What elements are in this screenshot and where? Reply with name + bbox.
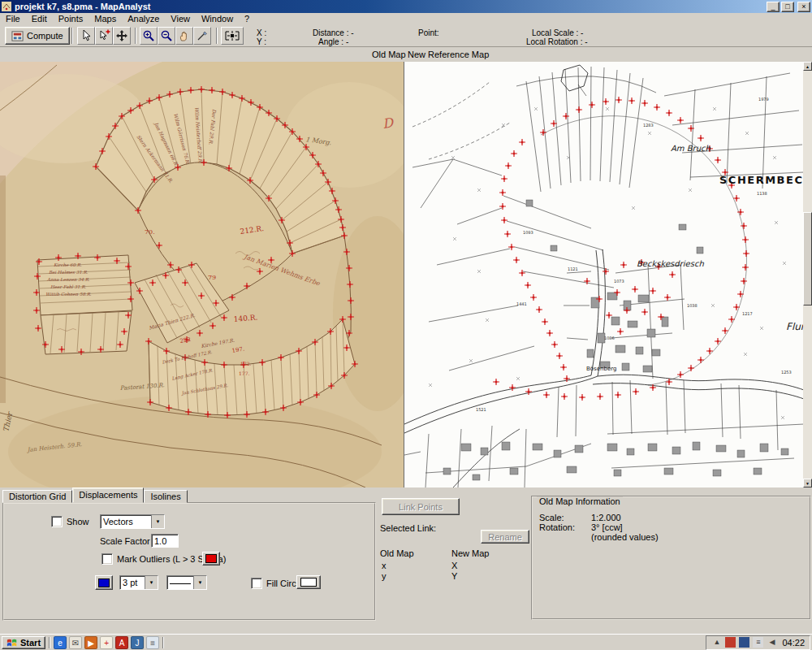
- map-label: 1093: [523, 230, 533, 235]
- displacement-type-select[interactable]: Vectors ▼: [100, 514, 165, 529]
- acrobat-reader-icon[interactable]: A: [115, 636, 128, 649]
- show-all-button[interactable]: [221, 27, 244, 45]
- chevron-down-icon[interactable]: ▼: [145, 576, 158, 589]
- select-points-tool-button[interactable]: [77, 27, 95, 45]
- status-angle-label: Angle : -: [318, 37, 348, 46]
- start-button[interactable]: Start: [2, 636, 45, 649]
- media-player-icon[interactable]: ▶: [84, 636, 97, 649]
- selected-link-label: Selected Link:: [380, 523, 436, 533]
- pan-hand-tool-button[interactable]: [175, 27, 193, 45]
- map-label: Anna Lenzen 34.R.: [46, 277, 90, 282]
- compute-label: Compute: [27, 31, 63, 41]
- taskbar: Start e✉▶+AJ≡ ▲≡◀ 04:22: [0, 634, 812, 650]
- scroll-thumb[interactable]: [803, 212, 812, 306]
- old-map-canvas[interactable]: D1 Morg.212.R.Jan Marien Wehms Erbe140.R…: [0, 62, 404, 488]
- vector-color-button[interactable]: [95, 575, 113, 590]
- menu-item-analyze[interactable]: Analyze: [122, 13, 165, 24]
- menu-item-view[interactable]: View: [165, 13, 196, 24]
- new-map-pane[interactable]: Am BruchSCHERMBECKBeckskesdrieschFlurBös…: [404, 62, 803, 488]
- old-map-column-header: Old Map: [380, 548, 414, 558]
- map-pane-headers: Old Map New Reference Map: [0, 47, 812, 62]
- map-label: 1138: [757, 191, 767, 196]
- java-icon[interactable]: J: [131, 636, 144, 649]
- vertical-scrollbar[interactable]: ▲ ▼: [803, 62, 812, 488]
- map-label: 172.: [240, 361, 251, 366]
- clock[interactable]: 04:22: [780, 638, 805, 648]
- zoom-in-button[interactable]: [140, 27, 158, 45]
- system-tray: ▲≡◀ 04:22: [706, 635, 810, 650]
- fill-color-button[interactable]: [296, 575, 321, 589]
- set-point-tool-button[interactable]: [95, 27, 113, 45]
- old-map-information-title: Old Map Information: [537, 496, 623, 506]
- window-title: projekt k7, s8.pma - MapAnalyst: [15, 1, 767, 13]
- map-label: 1073: [614, 279, 624, 284]
- show-checkbox[interactable]: [51, 516, 63, 527]
- zoom-out-button[interactable]: [158, 27, 175, 45]
- menu-item-edit[interactable]: Edit: [26, 13, 53, 24]
- app-tray-blue-icon[interactable]: [739, 637, 749, 648]
- maximize-button[interactable]: □: [781, 2, 794, 12]
- mapanalyst-window: projekt k7, s8.pma - MapAnalyst _ □ × Fi…: [0, 0, 812, 650]
- toolbar-separator: [216, 28, 218, 44]
- windows-flag-icon: [6, 637, 18, 648]
- volume-icon[interactable]: ◀: [767, 637, 777, 648]
- scale-factor-input[interactable]: [151, 534, 179, 548]
- tab-distortion-grid[interactable]: Distortion Grid: [2, 490, 72, 503]
- minimize-button[interactable]: _: [767, 2, 780, 12]
- map-label: Wittib Cohnen 58.R.: [45, 292, 92, 297]
- menu-item-help[interactable]: ?: [239, 13, 255, 24]
- line-width-value: 3 pt: [120, 578, 145, 587]
- menu-item-window[interactable]: Window: [196, 13, 239, 24]
- new-map-canvas[interactable]: Am BruchSCHERMBECKBeckskesdrieschFlurBös…: [404, 62, 803, 488]
- menu-item-points[interactable]: Points: [53, 13, 89, 24]
- line-width-select[interactable]: 3 pt ▼: [119, 575, 158, 590]
- map-label: 1038: [687, 303, 698, 308]
- fill-color-swatch: [300, 578, 317, 587]
- link-points-button[interactable]: Link Points: [382, 498, 460, 515]
- scroll-up-button[interactable]: ▲: [803, 62, 812, 71]
- outlier-color-button[interactable]: [202, 552, 220, 566]
- zoom-out-icon: [160, 29, 173, 42]
- rename-button[interactable]: Rename: [481, 530, 529, 544]
- new-x-label: X: [451, 561, 457, 570]
- taskbar-divider: [49, 637, 50, 648]
- show-label: Show: [67, 517, 89, 526]
- bottom-panel: Distortion GridDisplacementsIsolines Sho…: [0, 488, 812, 634]
- menu-item-maps[interactable]: Maps: [89, 13, 122, 24]
- rotation-label: Rotation:: [539, 522, 575, 532]
- scroll-down-button[interactable]: ▼: [803, 479, 812, 488]
- tab-bar: Distortion GridDisplacementsIsolines: [2, 489, 188, 503]
- fill-circles-checkbox[interactable]: [251, 578, 262, 589]
- mapanalyst-icon[interactable]: +: [100, 636, 113, 649]
- status-point-label: Point:: [418, 28, 439, 37]
- email-icon[interactable]: ✉: [69, 636, 82, 649]
- old-y-label: y: [382, 571, 387, 581]
- internet-explorer-icon[interactable]: e: [54, 636, 67, 649]
- map-label: 1441: [516, 301, 527, 306]
- line-style-select[interactable]: ▼: [166, 575, 207, 590]
- old-map-pane[interactable]: D1 Morg.212.R.Jan Marien Wehms Erbe140.R…: [0, 62, 404, 488]
- tab-displacements[interactable]: Displacements: [72, 488, 144, 503]
- menu-item-file[interactable]: File: [0, 13, 26, 24]
- chevron-down-icon[interactable]: ▼: [151, 515, 164, 528]
- keyboard-layout-icon[interactable]: ≡: [753, 637, 763, 648]
- map-label: Am Bruch: [671, 144, 711, 153]
- compute-button[interactable]: Compute: [5, 27, 70, 45]
- notes-icon[interactable]: ≡: [146, 636, 159, 649]
- map-label: 70.: [145, 228, 155, 236]
- app-tray-red-icon[interactable]: [725, 637, 736, 648]
- close-button[interactable]: ×: [797, 2, 810, 12]
- scale-value: 1:2.000: [591, 513, 621, 522]
- chevron-down-icon[interactable]: ▼: [193, 576, 206, 589]
- status-distance-label: Distance : -: [313, 28, 354, 37]
- move-point-tool-button[interactable]: [113, 27, 131, 45]
- map-label: Kirche 60.R.: [54, 262, 82, 267]
- map-label: 1979: [758, 97, 769, 102]
- hide-icons-icon[interactable]: ▲: [711, 637, 722, 648]
- tab-isolines[interactable]: Isolines: [144, 490, 187, 503]
- center-view-icon: [222, 29, 242, 42]
- measure-tool-button[interactable]: [193, 27, 211, 45]
- mark-outliers-checkbox[interactable]: [102, 553, 113, 565]
- app-icon: [2, 2, 11, 11]
- line-style-sample: [170, 583, 191, 584]
